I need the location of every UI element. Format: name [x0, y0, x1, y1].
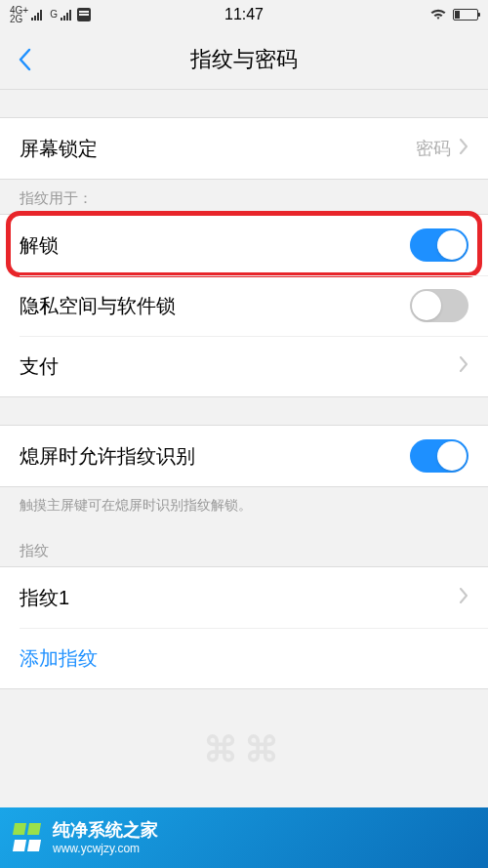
screen-lock-label: 屏幕锁定	[20, 136, 416, 162]
chevron-right-icon	[459, 139, 468, 158]
privacy-label: 隐私空间与软件锁	[20, 293, 410, 319]
page-title: 指纹与密码	[190, 45, 298, 74]
off-screen-desc: 触摸主屏键可在熄屏时识别指纹解锁。	[0, 487, 488, 524]
net-g-label: G	[50, 10, 58, 20]
watermark: ⌘⌘	[203, 729, 285, 770]
unlock-toggle[interactable]	[410, 228, 468, 262]
status-right	[429, 7, 478, 23]
chevron-left-icon	[18, 48, 31, 71]
signal-bars-icon	[31, 9, 42, 21]
footer-url: www.ycwjzy.com	[53, 842, 158, 855]
signal-sim1: 4G+ 2G	[10, 6, 42, 23]
net-2g-label: 2G	[10, 15, 28, 23]
fingerprint1-row[interactable]: 指纹1	[0, 567, 488, 628]
fingerprint-usage-group: 解锁 隐私空间与软件锁 支付	[0, 214, 488, 397]
back-button[interactable]	[0, 29, 49, 89]
footer-logo-icon	[14, 823, 43, 852]
clock: 11:47	[224, 6, 264, 23]
unlock-row: 解锁	[0, 215, 488, 275]
fingerprint1-label: 指纹1	[20, 585, 459, 611]
fingerprints-header: 指纹	[0, 524, 488, 566]
wifi-icon	[429, 7, 447, 23]
off-screen-row: 熄屏时允许指纹识别	[0, 426, 488, 486]
payment-row[interactable]: 支付	[0, 336, 488, 396]
privacy-toggle[interactable]	[410, 289, 468, 322]
screen-lock-row[interactable]: 屏幕锁定 密码	[0, 118, 488, 179]
footer-title: 纯净系统之家	[53, 820, 158, 842]
off-screen-group: 熄屏时允许指纹识别	[0, 425, 488, 487]
status-bar: 4G+ 2G G 11:47	[0, 0, 488, 29]
message-icon	[77, 8, 91, 21]
status-left: 4G+ 2G G	[10, 6, 91, 23]
off-screen-toggle[interactable]	[410, 439, 468, 473]
unlock-label: 解锁	[20, 232, 410, 259]
screen-lock-value: 密码	[416, 137, 451, 160]
signal-sim2: G	[50, 9, 71, 21]
chevron-right-icon	[459, 356, 468, 376]
add-fingerprint-label: 添加指纹	[20, 645, 468, 672]
signal-bars2-icon	[61, 9, 71, 21]
screen-lock-group: 屏幕锁定 密码	[0, 117, 488, 180]
fingerprint-usage-header: 指纹用于：	[0, 180, 488, 214]
privacy-row: 隐私空间与软件锁	[0, 275, 488, 336]
nav-header: 指纹与密码	[0, 29, 488, 90]
battery-icon	[453, 9, 478, 21]
chevron-right-icon	[459, 588, 468, 607]
add-fingerprint-row[interactable]: 添加指纹	[0, 628, 488, 688]
payment-label: 支付	[20, 353, 459, 380]
off-screen-label: 熄屏时允许指纹识别	[20, 443, 410, 470]
footer-banner: 纯净系统之家 www.ycwjzy.com	[0, 807, 488, 868]
fingerprints-group: 指纹1 添加指纹	[0, 566, 488, 689]
